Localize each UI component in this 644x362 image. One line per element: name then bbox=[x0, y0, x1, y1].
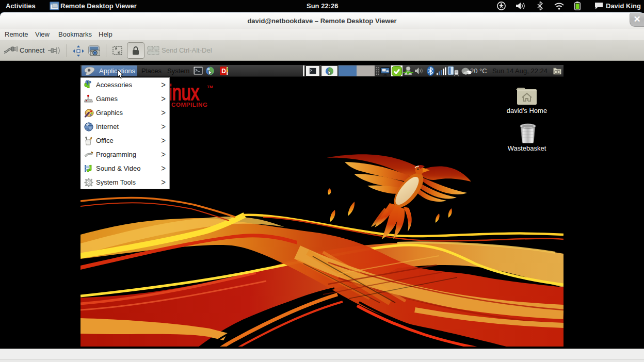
svg-text:COMPILING: COMPILING bbox=[171, 102, 208, 108]
svg-text:TM: TM bbox=[207, 85, 213, 89]
svg-text:D: D bbox=[221, 68, 226, 75]
